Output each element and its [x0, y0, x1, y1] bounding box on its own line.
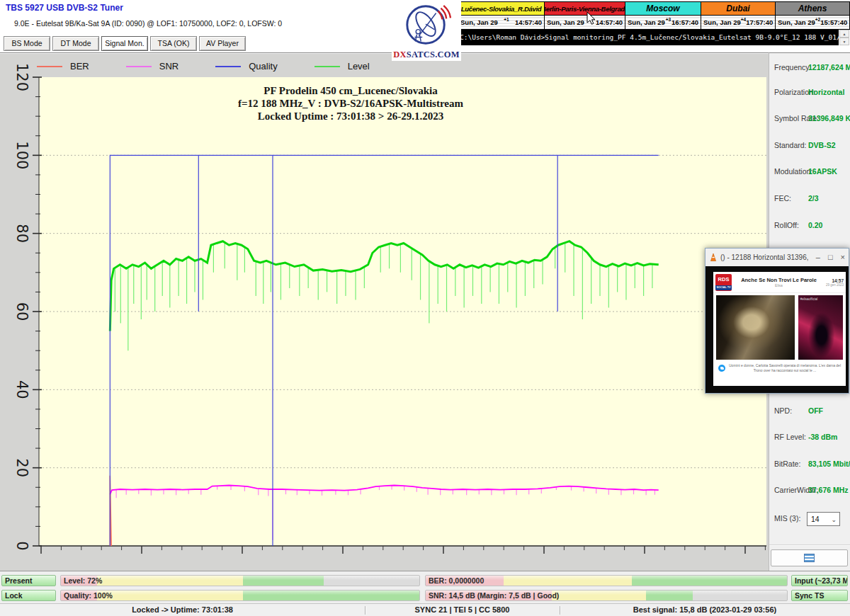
- minimize-button[interactable]: –: [816, 253, 820, 261]
- maximize-button[interactable]: □: [828, 253, 833, 261]
- legend-label: Level: [348, 61, 370, 72]
- svg-text:0: 0: [13, 541, 30, 550]
- clock-athens: AthensSun, Jan 29+215:57:40: [776, 2, 849, 29]
- meter-label: SNR: 14,5 dB (Margin: 7,5 dB | Good): [426, 591, 787, 600]
- close-button[interactable]: ×: [841, 253, 845, 261]
- clock-time: Sun, Jan 29+215:57:40: [776, 16, 849, 29]
- news-caption-row: Uomini e donne, Carlotta Savorelli opera…: [713, 360, 846, 373]
- world-clocks: Lučenec-Slovakia_R.DávidSun, Jan 29+114:…: [458, 1, 850, 30]
- clock-date: Sun, Jan 29: [703, 18, 741, 26]
- tab-dt-mode[interactable]: DT Mode: [52, 36, 99, 51]
- legend-line-icon: [314, 66, 340, 67]
- param-value: Horizontal: [808, 88, 844, 96]
- social-icon: [718, 365, 725, 372]
- vlc-titlebar[interactable]: () - 12188 Horizontal 31396,849... – □ ×: [706, 249, 849, 266]
- logo-text-dx: DX: [393, 50, 406, 59]
- legend-item-ber: BER: [37, 61, 89, 72]
- legend-item-snr: SNR: [126, 61, 178, 72]
- legend-line-icon: [37, 66, 62, 67]
- svg-text:80: 80: [13, 224, 30, 243]
- clock-date: Sun, Jan 29: [778, 18, 815, 26]
- console-scrollbar[interactable]: ▲ ▼: [839, 30, 849, 45]
- param-label: NPD:: [774, 406, 792, 415]
- param-npd-: NPD:OFF: [769, 406, 850, 416]
- song-info: Anche Se Non Trovi Le Parole Elisa: [732, 277, 826, 287]
- status-bar: Locked -> Uptime: 73:01:38SYNC 21 | TEI …: [0, 603, 850, 616]
- param-label: Standard:: [774, 141, 807, 149]
- param-label: BitRate:: [774, 460, 800, 468]
- legend-label: Quality: [249, 61, 277, 72]
- statusbar-section-2: SYNC 21 | TEI 5 | CC 5800: [365, 605, 560, 614]
- console-line[interactable]: C:\Users\Roman Dávid>Signal monitoring_P…: [458, 30, 839, 45]
- clock-utc-offset: +4: [741, 17, 746, 22]
- vlc-window-title: () - 12188 Horizontal 31396,849...: [720, 253, 808, 261]
- clock-date: Sun, Jan 29: [628, 18, 665, 26]
- indicator-sync-ts: Sync TS: [791, 590, 848, 601]
- panel-settings-button[interactable]: [771, 549, 848, 566]
- clock-berlin-paris-vienna-belgrade: Berlin-Paris-Vienna-BelgradeSun, Jan 29+…: [545, 2, 625, 29]
- param-value: 31396,849 KS/s: [808, 114, 850, 122]
- vlc-window: () - 12188 Horizontal 31396,849... – □ ×…: [705, 248, 849, 394]
- clock-time: Sun, Jan 29+114:57:40: [545, 16, 625, 29]
- rds-logo-subtext: SOCIAL TV: [715, 285, 732, 290]
- param-label: Modulation:: [774, 167, 812, 176]
- satellite-dish-icon: [402, 1, 451, 50]
- scroll-up-button[interactable]: ▲: [839, 30, 849, 38]
- svg-text:100: 100: [13, 141, 30, 169]
- statusbar-section-3: Best signal: 15,8 dB (2023-01-29 03:56): [560, 605, 850, 614]
- mis-value: 14: [811, 515, 820, 523]
- tab-signal-mon-[interactable]: Signal Mon.: [101, 36, 148, 51]
- statusbar-divider: [365, 606, 366, 615]
- chart-title-line2: f=12 188 MHz_V : DVB-S2/16APSK-Multistre…: [67, 97, 634, 110]
- chart-plot: 020406080100120: [0, 53, 769, 571]
- param-label: FEC:: [774, 194, 791, 203]
- video-thumbnails: #elisaofficial: [713, 293, 846, 360]
- clock-hhmmss: 14:57:40: [515, 18, 542, 26]
- svg-text:60: 60: [13, 302, 30, 321]
- param-rolloff-: RollOff:0.20: [769, 221, 850, 231]
- meter-quality: Quality: 100%: [60, 590, 420, 601]
- mis-label: MIS (3):: [774, 514, 800, 523]
- vlc-video-area[interactable]: RDS SOCIAL TV Anche Se Non Trovi Le Paro…: [706, 266, 849, 393]
- clock-city-label: Dubai: [701, 2, 775, 16]
- broadcast-clock: 14:57 29 gen 2023: [826, 278, 844, 287]
- tab-tsa-ok-[interactable]: TSA (OK): [150, 36, 197, 51]
- clock-hhmmss: 17:57:40: [746, 18, 773, 26]
- param-bitrate-: BitRate:83,105 Mbit/s: [769, 460, 850, 469]
- chart-title-line3: Locked Uptime : 73:01:38 > 26-29.1.2023: [67, 110, 634, 122]
- svg-text:20: 20: [13, 458, 30, 477]
- chart-legend: BERSNRQualityLevel: [37, 61, 407, 72]
- mis-dropdown[interactable]: 14 ⌄: [807, 512, 840, 526]
- vlc-cone-icon: [709, 253, 718, 262]
- rds-logo-text: RDS: [718, 276, 730, 283]
- dxsatcs-logo: DXSATCS.COM: [392, 1, 461, 61]
- app-window: TBS 5927 USB DVB-S2 Tuner 9.0E - Eutelsa…: [0, 0, 850, 616]
- svg-text:40: 40: [13, 380, 30, 399]
- chart-title-line1: PF Prodelin 450 cm_Lucenec/Slovakia: [67, 84, 634, 97]
- scroll-down-button[interactable]: ▼: [839, 38, 849, 45]
- song-title: Anche Se Non Trovi Le Parole: [732, 277, 826, 283]
- broadcast-card: RDS SOCIAL TV Anche Se Non Trovi Le Paro…: [713, 272, 846, 386]
- meter-snr: SNR: 14,5 dB (Margin: 7,5 dB | Good): [425, 590, 788, 601]
- rds-logo: RDS SOCIAL TV: [715, 274, 732, 291]
- param-standard-: Standard:DVB-S2: [769, 141, 850, 151]
- tab-bs-mode[interactable]: BS Mode: [4, 36, 50, 51]
- clock-hhmmss: 15:57:40: [820, 18, 847, 26]
- chart-title: PF Prodelin 450 cm_Lucenec/Slovakia f=12…: [67, 84, 634, 122]
- app-subtitle: 9.0E - Eutelsat 9B/Ka-Sat 9A (ID: 0090) …: [14, 19, 282, 28]
- chevron-down-icon: ⌄: [831, 513, 837, 526]
- clock-hhmmss: 16:57:40: [672, 18, 698, 26]
- param-modulation-: Modulation:16APSK: [769, 167, 850, 177]
- param-value: 12187,624 MHz: [808, 63, 850, 72]
- svg-text:120: 120: [13, 63, 30, 91]
- param-label: Frequency:: [774, 63, 812, 72]
- param-value: OFF: [808, 406, 823, 415]
- logo-text: DXSATCS.COM: [392, 50, 461, 60]
- tab-av-player[interactable]: AV Player: [199, 36, 246, 51]
- statusbar-divider: [560, 606, 560, 615]
- indicator-input-23-73-mbps-: Input (~23,73 Mbps): [791, 575, 848, 586]
- legend-item-level: Level: [314, 61, 370, 72]
- console-text: C:\Users\Roman Dávid>Signal monitoring_P…: [460, 33, 839, 41]
- legend-label: BER: [70, 61, 89, 72]
- app-title: TBS 5927 USB DVB-S2 Tuner: [6, 3, 123, 13]
